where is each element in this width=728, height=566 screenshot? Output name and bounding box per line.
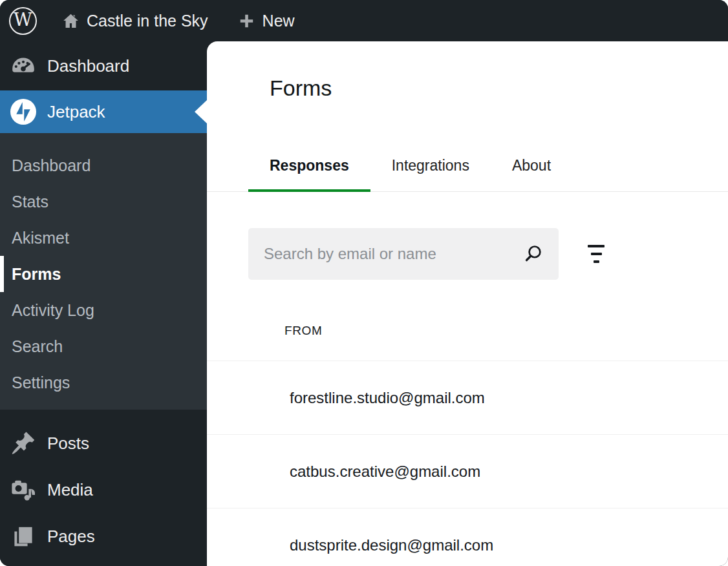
tab-integrations[interactable]: Integrations xyxy=(370,156,491,191)
sidebar-item-posts[interactable]: Posts xyxy=(0,420,207,466)
sidebar: Dashboard Jetpack Dashboard Stats Akisme… xyxy=(0,41,207,566)
search-icon[interactable] xyxy=(522,243,544,265)
new-label: New xyxy=(262,12,295,30)
pushpin-icon xyxy=(10,430,36,456)
jetpack-submenu: Dashboard Stats Akismet Forms Activity L… xyxy=(0,133,207,410)
tab-responses[interactable]: Responses xyxy=(248,156,370,191)
response-row[interactable]: dustsprite.design@gmail.com xyxy=(207,508,728,566)
sidebar-item-dashboard[interactable]: Dashboard xyxy=(0,41,207,90)
tabs: Responses Integrations About xyxy=(207,156,728,192)
wordpress-logo-letter: W xyxy=(14,11,32,29)
site-name-menu[interactable]: Castle in the Sky xyxy=(62,12,208,30)
response-from: forestline.studio@gmail.com xyxy=(290,389,485,407)
sidebar-item-pages[interactable]: Pages xyxy=(0,513,207,560)
sidebar-item-label: Dashboard xyxy=(47,56,129,76)
search-input[interactable] xyxy=(248,228,559,280)
sidebar-item-media[interactable]: Media xyxy=(0,466,207,513)
current-menu-arrow xyxy=(195,100,207,123)
table-header: FROM xyxy=(207,324,728,361)
wordpress-admin-screen: W Castle in the Sky New xyxy=(0,0,728,566)
submenu-item-activity-log[interactable]: Activity Log xyxy=(0,292,207,328)
wordpress-logo[interactable]: W xyxy=(9,7,37,35)
pages-icon xyxy=(10,523,36,549)
response-from: dustsprite.design@gmail.com xyxy=(290,536,493,554)
submenu-item-settings[interactable]: Settings xyxy=(0,364,207,401)
filter-button[interactable] xyxy=(579,237,613,271)
sidebar-item-label: Pages xyxy=(47,527,95,547)
tab-about[interactable]: About xyxy=(491,156,572,191)
home-icon xyxy=(62,12,80,30)
submenu-item-akismet[interactable]: Akismet xyxy=(0,220,207,256)
filter-icon xyxy=(588,245,605,247)
submenu-item-dashboard[interactable]: Dashboard xyxy=(0,147,207,183)
page-title: Forms xyxy=(270,75,728,101)
media-icon xyxy=(10,477,36,503)
response-from: catbus.creative@gmail.com xyxy=(290,463,480,481)
content-panel: Forms Responses Integrations About FROM xyxy=(207,41,728,566)
submenu-item-stats[interactable]: Stats xyxy=(0,183,207,220)
sidebar-item-label: Jetpack xyxy=(47,102,105,122)
sidebar-item-label: Posts xyxy=(47,434,89,454)
sidebar-item-label: Media xyxy=(47,480,93,500)
sidebar-bottom-menu: Posts Media Pages xyxy=(0,410,207,560)
response-row[interactable]: catbus.creative@gmail.com xyxy=(207,435,728,508)
response-row[interactable]: forestline.studio@gmail.com xyxy=(207,361,728,435)
submenu-item-search[interactable]: Search xyxy=(0,328,207,364)
responses-toolbar xyxy=(207,228,728,280)
submenu-item-forms[interactable]: Forms xyxy=(0,256,207,292)
column-from: FROM xyxy=(284,324,322,337)
plus-icon xyxy=(238,12,255,30)
jetpack-icon xyxy=(10,99,36,125)
new-content-menu[interactable]: New xyxy=(238,12,295,30)
site-name-label: Castle in the Sky xyxy=(87,12,208,30)
search-box xyxy=(248,228,559,280)
admin-bar: W Castle in the Sky New xyxy=(0,0,728,41)
responses-table: forestline.studio@gmail.com catbus.creat… xyxy=(207,361,728,566)
sidebar-item-jetpack[interactable]: Jetpack xyxy=(0,90,207,133)
gauge-icon xyxy=(10,53,36,79)
